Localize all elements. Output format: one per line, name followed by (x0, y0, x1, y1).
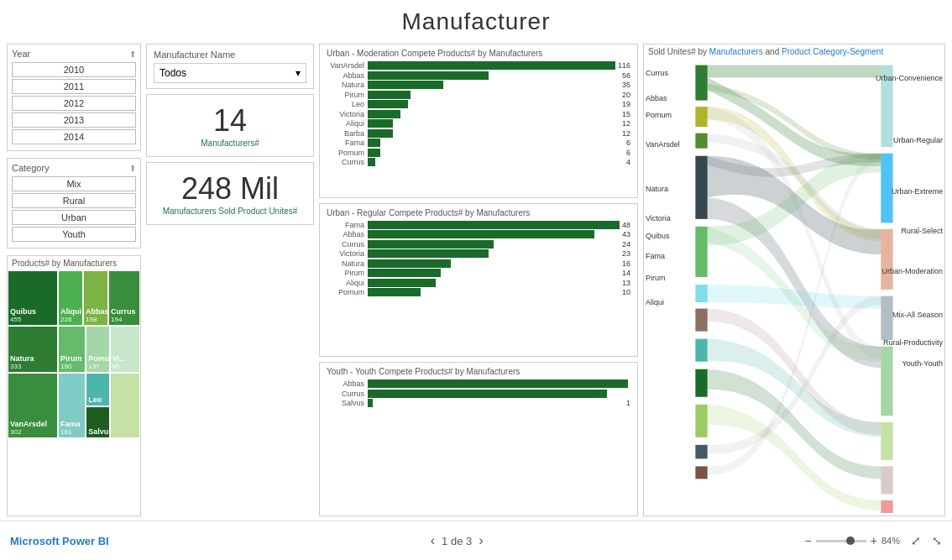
sankey-right-urban-convenience: Urban-Convenience (876, 74, 943, 82)
category-rural[interactable]: Rural (12, 193, 136, 208)
svg-rect-19 (881, 500, 892, 513)
treemap-cell-vi[interactable]: Vi... 85 (110, 326, 140, 373)
treemap-cell-abbas[interactable]: Abbas 198 (83, 270, 108, 326)
zoom-in-button[interactable]: + (871, 534, 877, 547)
svg-rect-3 (695, 156, 707, 219)
zoom-out-button[interactable]: − (805, 534, 812, 547)
category-urban[interactable]: Urban (12, 210, 136, 225)
treemap-cell-natura[interactable]: Natura 333 (8, 326, 58, 373)
sankey-left-natura: Natura (646, 185, 668, 193)
treemap-cell-currus[interactable]: Currus 194 (108, 270, 140, 326)
manufacturer-name-box: Manufacturer Name Todos ▾ (146, 44, 314, 89)
treemap-cell-empty[interactable] (110, 373, 140, 438)
sankey-title-blue1: Manufacturers (709, 47, 763, 56)
sankey-right-urban-regular: Urban-Regular (893, 136, 943, 144)
sankey-panel: Sold Unites# by Manufacturers and Produc… (643, 44, 945, 516)
bar-row: VanArsdel 116 (327, 61, 630, 70)
treemap-cell-vanarsdel[interactable]: VanArsdel 302 (8, 373, 58, 438)
bar-row: Victoria 15 (327, 110, 630, 118)
bar-row: Abbas (327, 379, 630, 388)
bottom-bar: Microsoft Power BI ‹ 1 de 3 › − + 84% ⤢ … (0, 521, 952, 560)
left-panel: Year ⬆ 2010 2011 2012 2013 2014 Category… (7, 44, 141, 516)
bar-row: Barba 12 (327, 129, 630, 138)
page-navigation: ‹ 1 de 3 › (431, 533, 484, 548)
zoom-slider[interactable] (816, 540, 866, 542)
urban-regular-chart: Urban - Regular Compete Products# by Man… (319, 203, 638, 358)
bar-row: Salvus 1 (327, 399, 630, 407)
svg-rect-1 (695, 107, 707, 127)
svg-rect-6 (695, 309, 707, 332)
year-2011[interactable]: 2011 (12, 79, 136, 94)
sankey-right-urban-extreme: Urban-Extreme (892, 187, 943, 196)
treemap-canvas[interactable]: Quibus 455 Aliqui 226 Abbas 198 Currus 1… (8, 270, 140, 438)
sankey-right-mix-allseason: Mix-All Season (892, 311, 943, 319)
youth-youth-bars: Abbas Currus Salvus 1 (327, 379, 630, 407)
year-filter-label: Year (12, 49, 30, 59)
urban-moderation-bars: VanArsdel 116 Abbas 56 Natura 35 (327, 61, 630, 166)
youth-youth-chart: Youth - Youth Compete Products# by Manuf… (319, 362, 638, 516)
svg-rect-5 (695, 285, 707, 302)
page-title: Manufacturer (0, 0, 952, 39)
svg-rect-7 (695, 339, 707, 362)
svg-rect-10 (695, 445, 707, 459)
sankey-right-youth-youth: Youth-Youth (902, 359, 943, 368)
year-2014[interactable]: 2014 (12, 129, 136, 144)
bar-row: Fama 6 (327, 139, 630, 147)
category-filter-icon[interactable]: ⬆ (129, 164, 136, 173)
treemap-cell-pomum[interactable]: Pomum 137 (86, 326, 109, 373)
category-filter-label: Category (12, 163, 50, 173)
manufacturer-dropdown[interactable]: Todos ▾ (154, 63, 306, 83)
bar-row: Leo 19 (327, 100, 630, 108)
page-next-button[interactable]: › (479, 533, 483, 548)
treemap-title: Products# by Manufacturers (8, 256, 140, 270)
year-2012[interactable]: 2012 (12, 96, 136, 111)
dropdown-chevron-icon: ▾ (296, 67, 301, 79)
svg-rect-8 (695, 369, 707, 397)
sankey-left-quibus: Quibus (646, 232, 670, 240)
sankey-right-rural-productivity: Rural-Productivity (883, 338, 943, 347)
manufacturer-name-label: Manufacturer Name (154, 50, 306, 60)
category-filter: Category ⬆ Mix Rural Urban Youth (7, 158, 141, 249)
zoom-thumb (846, 536, 855, 545)
bar-row: Abbas 43 (327, 230, 630, 238)
treemap-cell-quibus[interactable]: Quibus 455 (8, 270, 58, 326)
svg-rect-17 (881, 422, 892, 460)
year-filter-icon[interactable]: ⬆ (129, 50, 136, 59)
year-filter: Year ⬆ 2010 2011 2012 2013 2014 (7, 44, 141, 151)
manufacturers-count-box: 14 Manufacturers# (146, 94, 314, 157)
powerbi-link[interactable]: Microsoft Power BI (10, 535, 109, 547)
sold-units-label: Manufacturers Sold Product Unites# (155, 207, 305, 216)
urban-regular-title: Urban - Regular Compete Products# by Man… (327, 208, 630, 217)
urban-moderation-title: Urban - Moderation Compete Products# by … (327, 49, 630, 58)
sankey-left-abbas: Abbas (646, 94, 667, 102)
year-2010[interactable]: 2010 (12, 62, 136, 77)
bar-row: Natura 16 (327, 259, 630, 268)
treemap-cell-aliqui[interactable]: Aliqui 226 (58, 270, 83, 326)
svg-rect-15 (881, 296, 892, 341)
category-mix[interactable]: Mix (12, 176, 136, 191)
treemap-cell-fama[interactable]: Fama 181 (58, 373, 86, 438)
bar-row: Pomum 10 (327, 288, 630, 296)
sankey-left-pomum: Pomum (646, 111, 672, 119)
svg-rect-14 (881, 229, 892, 290)
sankey-right-urban-moderation: Urban-Moderation (881, 267, 943, 275)
treemap-cell-leo[interactable]: Leo (86, 373, 109, 406)
bar-row: Aliqui 12 (327, 119, 630, 128)
year-2013[interactable]: 2013 (12, 113, 136, 128)
sold-units-box: 248 Mil Manufacturers Sold Product Unite… (146, 162, 314, 225)
sankey-left-vanarsdel: VanArsdel (646, 140, 680, 149)
svg-rect-11 (695, 466, 707, 479)
treemap-cell-salvus[interactable]: Salvus (86, 406, 109, 438)
bar-row: Pomum 6 (327, 149, 630, 157)
treemap-cell-pirum[interactable]: Pirum 190 (58, 326, 86, 373)
urban-moderation-chart: Urban - Moderation Compete Products# by … (319, 44, 638, 198)
sankey-left-victoria: Victoria (646, 214, 671, 222)
page-info: 1 de 3 (442, 535, 472, 547)
share-icon[interactable]: ⤢ (911, 534, 921, 547)
bar-row: Currus 4 (327, 158, 630, 166)
bar-row: Aliqui 13 (327, 279, 630, 287)
fullscreen-icon[interactable]: ⤡ (932, 534, 942, 547)
category-youth[interactable]: Youth (12, 227, 136, 242)
page-prev-button[interactable]: ‹ (431, 533, 435, 548)
sankey-left-pirum: Pirum (646, 274, 666, 282)
